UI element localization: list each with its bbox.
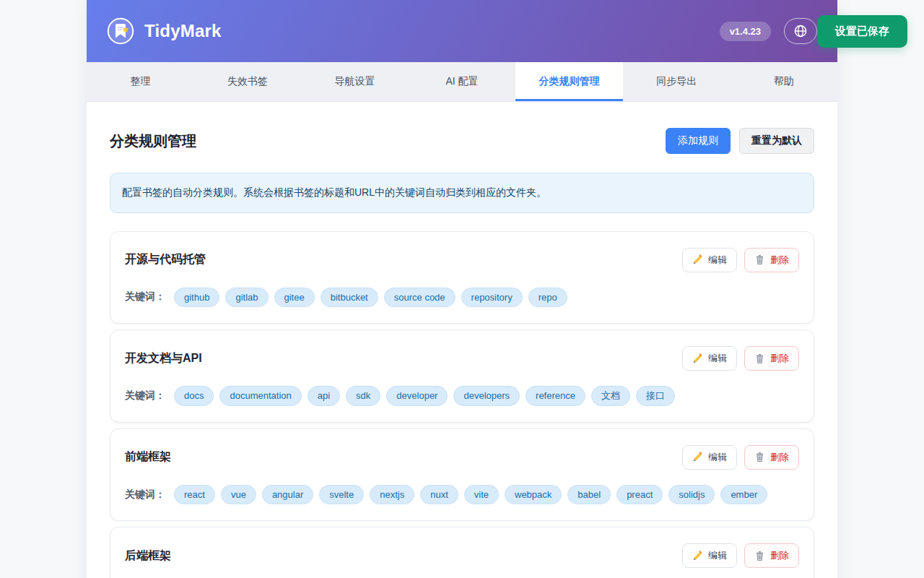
delete-label: 删除 xyxy=(770,451,789,464)
keywords-row: 关键词： reactvueangularsveltenextjsnuxtvite… xyxy=(125,485,799,505)
keyword-pill: reference xyxy=(526,386,585,406)
keyword-pill: docs xyxy=(174,386,214,406)
trash-icon xyxy=(754,254,765,265)
keyword-pill: nuxt xyxy=(420,485,458,505)
keyword-pill: preact xyxy=(616,485,663,505)
rule-name: 开源与代码托管 xyxy=(125,252,206,267)
edit-label: 编辑 xyxy=(708,451,727,464)
main-content: 分类规则管理 添加规则 重置为默认 配置书签的自动分类规则。系统会根据书签的标题… xyxy=(87,102,837,578)
keyword-pill: ember xyxy=(720,485,767,505)
edit-label: 编辑 xyxy=(708,254,727,267)
delete-rule-button[interactable]: 删除 xyxy=(744,543,799,568)
info-banner: 配置书签的自动分类规则。系统会根据书签的标题和URL中的关键词自动归类到相应的文… xyxy=(110,173,814,213)
keyword-pill: vue xyxy=(221,485,256,505)
tidymark-logo-icon xyxy=(107,17,134,45)
language-toggle-button[interactable] xyxy=(784,18,817,44)
keyword-pill: repository xyxy=(461,288,523,308)
keyword-pill: 接口 xyxy=(636,386,675,406)
keywords-label: 关键词： xyxy=(125,488,165,501)
trash-icon xyxy=(754,353,765,364)
tab-3[interactable]: AI 配置 xyxy=(409,62,516,101)
rule-card: 开源与代码托管 编辑 xyxy=(110,231,814,324)
tab-1[interactable]: 失效书签 xyxy=(194,62,302,101)
trash-icon xyxy=(754,551,765,561)
pencil-icon xyxy=(692,353,703,364)
rule-card: 开发文档与API 编辑 xyxy=(110,329,814,423)
delete-label: 删除 xyxy=(770,352,789,365)
rule-name: 前端框架 xyxy=(125,449,171,465)
globe-icon xyxy=(793,24,808,38)
app-container: TidyMark v1.4.23 整理失效书签导航设置AI 配置分类规则管理同步… xyxy=(87,0,837,578)
keyword-pill: babel xyxy=(567,485,611,505)
page-title: 分类规则管理 xyxy=(110,131,196,151)
edit-label: 编辑 xyxy=(708,549,727,562)
app-header: TidyMark v1.4.23 xyxy=(87,0,837,62)
keyword-pill: developer xyxy=(386,386,448,406)
keyword-pill: angular xyxy=(262,485,313,505)
pencil-icon xyxy=(692,452,703,462)
rule-name: 开发文档与API xyxy=(125,351,202,366)
keyword-pill: solidjs xyxy=(668,485,715,505)
keyword-pill: api xyxy=(308,386,340,406)
delete-rule-button[interactable]: 删除 xyxy=(744,346,799,371)
edit-rule-button[interactable]: 编辑 xyxy=(682,346,737,371)
edit-rule-button[interactable]: 编辑 xyxy=(682,445,737,470)
keyword-pill: webpack xyxy=(505,485,562,505)
keywords-row: 关键词： githubgitlabgiteebitbucketsource co… xyxy=(125,288,799,308)
nav-tabs: 整理失效书签导航设置AI 配置分类规则管理同步导出帮助 xyxy=(87,62,837,102)
delete-label: 删除 xyxy=(770,549,789,562)
reset-default-button[interactable]: 重置为默认 xyxy=(739,128,814,154)
delete-label: 删除 xyxy=(770,254,789,267)
rules-list: 开源与代码托管 编辑 xyxy=(110,231,814,578)
keyword-pill: svelte xyxy=(319,485,364,505)
keyword-pill: developers xyxy=(453,386,520,406)
keywords-row: 关键词： docsdocumentationapisdkdeveloperdev… xyxy=(125,386,799,406)
pencil-icon xyxy=(692,551,703,561)
keyword-pill: nextjs xyxy=(370,485,414,505)
keyword-pill: source code xyxy=(384,288,456,308)
keyword-pill: github xyxy=(174,288,219,308)
tab-4[interactable]: 分类规则管理 xyxy=(515,62,623,101)
edit-label: 编辑 xyxy=(708,352,727,365)
add-rule-button[interactable]: 添加规则 xyxy=(666,128,731,154)
keyword-pill: gitee xyxy=(274,288,315,308)
version-badge: v1.4.23 xyxy=(720,22,771,41)
keyword-pill: repo xyxy=(528,288,567,308)
delete-rule-button[interactable]: 删除 xyxy=(744,445,799,470)
brand-title: TidyMark xyxy=(144,21,222,41)
keyword-pill: gitlab xyxy=(225,288,268,308)
rule-card: 前端框架 编辑 xyxy=(110,428,814,522)
save-status-toast: 设置已保存 xyxy=(817,15,907,48)
trash-icon xyxy=(754,452,765,462)
keyword-pill: vite xyxy=(464,485,499,505)
edit-rule-button[interactable]: 编辑 xyxy=(682,543,737,568)
tab-6[interactable]: 帮助 xyxy=(730,62,837,101)
delete-rule-button[interactable]: 删除 xyxy=(744,248,799,272)
pencil-icon xyxy=(692,254,703,265)
keyword-pill: bitbucket xyxy=(321,288,378,308)
keyword-pill: documentation xyxy=(219,386,301,406)
keyword-pill: 文档 xyxy=(591,386,630,406)
rule-card: 后端框架 编辑 xyxy=(110,527,814,578)
edit-rule-button[interactable]: 编辑 xyxy=(682,248,737,272)
keyword-pill: sdk xyxy=(346,386,380,406)
tab-2[interactable]: 导航设置 xyxy=(301,62,409,101)
keywords-label: 关键词： xyxy=(125,389,165,402)
tab-5[interactable]: 同步导出 xyxy=(623,62,731,101)
keyword-pill: react xyxy=(174,485,215,505)
tab-0[interactable]: 整理 xyxy=(87,62,194,101)
keywords-label: 关键词： xyxy=(125,290,165,303)
rule-name: 后端框架 xyxy=(125,548,171,564)
